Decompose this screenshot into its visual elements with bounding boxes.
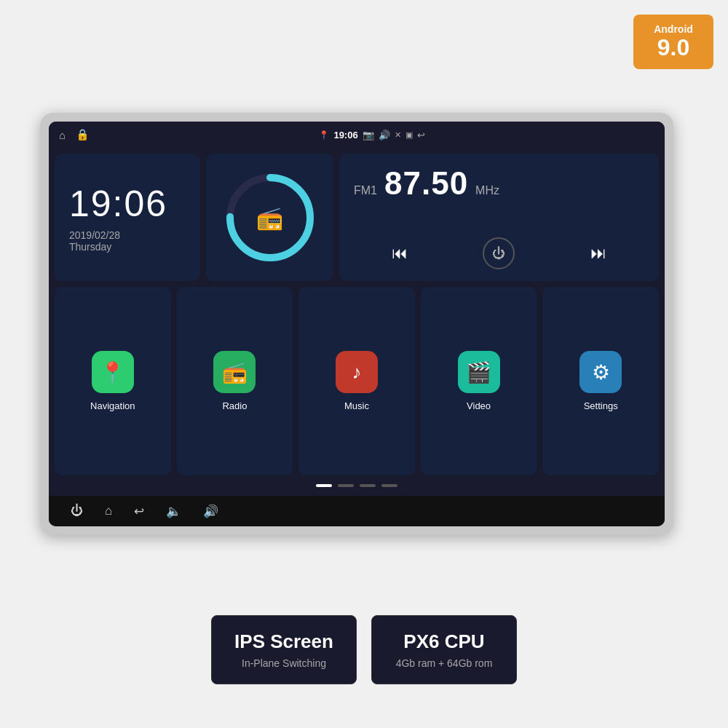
- android-badge: Android 9.0: [633, 15, 713, 69]
- bottom-power-button[interactable]: ⏻: [71, 504, 83, 518]
- top-row: 19:06 2019/02/28 Thursday 📻: [55, 154, 659, 281]
- bottom-bar: ⏻ ⌂ ↩ 🔈 🔊: [49, 496, 665, 526]
- page-dot-4[interactable]: [381, 484, 397, 487]
- app-label-navigation: Navigation: [90, 400, 135, 411]
- back-status-icon: ↩: [417, 130, 425, 141]
- radio-icon: 📻: [213, 351, 256, 393]
- navigation-icon: 📍: [92, 351, 134, 393]
- ips-screen-badge: IPS Screen In-Plane Switching: [211, 615, 357, 684]
- bottom-back-button[interactable]: ↩: [134, 504, 144, 519]
- clock-date: 2019/02/28: [69, 229, 186, 241]
- page-dot-1[interactable]: [316, 484, 332, 487]
- ips-subtitle: In-Plane Switching: [234, 657, 334, 669]
- clock-day: Thursday: [69, 241, 186, 253]
- clock-widget: 19:06 2019/02/28 Thursday: [55, 154, 200, 281]
- app-tile-navigation[interactable]: 📍 Navigation: [55, 287, 171, 475]
- status-bar: ⌂ 🔒 📍 19:06 📷 🔊 ✕ ▣ ↩: [49, 122, 665, 148]
- video-icon: 🎬: [458, 351, 500, 393]
- app-label-settings: Settings: [584, 400, 618, 411]
- cpu-subtitle: 4Gb ram + 64Gb rom: [394, 657, 494, 669]
- fm-prev-button[interactable]: ⏮: [392, 244, 408, 263]
- status-left-icons: ⌂ 🔒: [59, 128, 90, 141]
- power-icon: ⏻: [492, 246, 505, 261]
- app-tile-video[interactable]: 🎬 Video: [421, 287, 537, 475]
- fm-power-button[interactable]: ⏻: [483, 237, 515, 269]
- bottom-vol-down-button[interactable]: 🔈: [166, 504, 181, 519]
- android-label: Android: [646, 23, 700, 35]
- status-time: 19:06: [333, 130, 357, 141]
- app-label-radio: Radio: [222, 400, 247, 411]
- home-icon[interactable]: ⌂: [59, 129, 66, 141]
- bottom-home-button[interactable]: ⌂: [105, 504, 112, 518]
- cpu-badge: PX6 CPU 4Gb ram + 64Gb rom: [371, 615, 517, 684]
- camera-status-icon: 📷: [363, 130, 374, 141]
- android-version: 9.0: [646, 35, 700, 60]
- fm-unit: MHz: [475, 184, 499, 197]
- info-badges: IPS Screen In-Plane Switching PX6 CPU 4G…: [211, 615, 517, 684]
- screen-bezel: ⌂ 🔒 📍 19:06 📷 🔊 ✕ ▣ ↩ 19:06 2019/0: [49, 122, 665, 526]
- fm-label: FM1: [354, 184, 377, 197]
- status-center: 📍 19:06 📷 🔊 ✕ ▣ ↩: [97, 130, 647, 141]
- apps-row: 📍 Navigation 📻 Radio ♪ Music 🎬 Video ⚙: [55, 287, 659, 475]
- fm-controls: ⏮ ⏻ ⏭: [354, 237, 644, 269]
- page-dot-3[interactable]: [360, 484, 376, 487]
- window-status-icon: ▣: [405, 130, 413, 140]
- app-tile-radio[interactable]: 📻 Radio: [177, 287, 293, 475]
- car-unit: ⌂ 🔒 📍 19:06 📷 🔊 ✕ ▣ ↩ 19:06 2019/0: [40, 113, 673, 535]
- page-dot-2[interactable]: [338, 484, 354, 487]
- clock-time: 19:06: [69, 183, 186, 225]
- fm-widget: FM1 87.50 MHz ⏮ ⏻ ⏭: [339, 154, 659, 281]
- music-icon: ♪: [336, 351, 378, 393]
- bottom-vol-up-button[interactable]: 🔊: [203, 504, 218, 519]
- main-content: 19:06 2019/02/28 Thursday 📻: [49, 148, 665, 496]
- radio-center-icon: 📻: [256, 205, 283, 230]
- volume-status-icon: 🔊: [379, 130, 390, 141]
- app-label-video: Video: [467, 400, 491, 411]
- fm-next-button[interactable]: ⏭: [590, 244, 606, 263]
- fm-top: FM1 87.50 MHz: [354, 165, 644, 202]
- lock-icon[interactable]: 🔒: [76, 128, 90, 141]
- radio-visual-widget[interactable]: 📻: [206, 154, 333, 281]
- app-tile-music[interactable]: ♪ Music: [298, 287, 415, 475]
- close-status-icon: ✕: [395, 130, 401, 140]
- ips-title: IPS Screen: [234, 630, 334, 653]
- cpu-title: PX6 CPU: [394, 630, 494, 653]
- settings-icon: ⚙: [579, 351, 622, 393]
- radio-circle: 📻: [223, 170, 317, 265]
- fm-frequency: 87.50: [384, 165, 468, 202]
- app-label-music: Music: [344, 400, 369, 411]
- app-tile-settings[interactable]: ⚙ Settings: [542, 287, 659, 475]
- location-pin-icon: 📍: [319, 130, 329, 140]
- page-dots: [55, 481, 659, 490]
